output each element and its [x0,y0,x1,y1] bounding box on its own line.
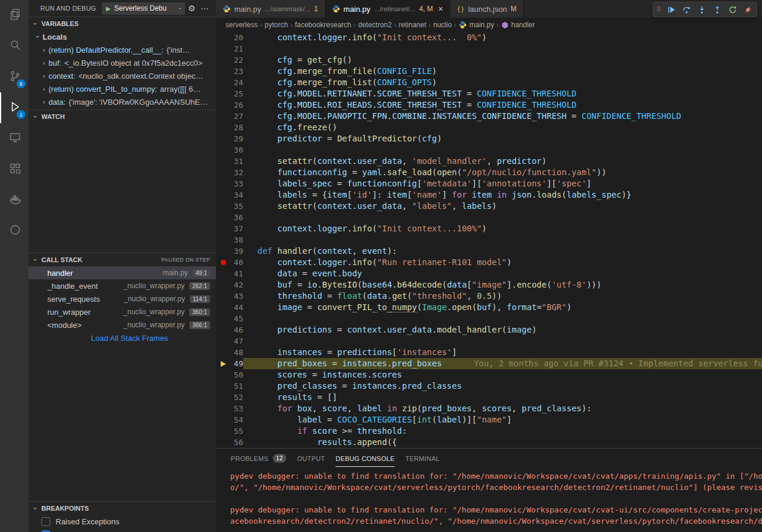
breadcrumb-item[interactable]: serverless [225,21,258,29]
editor-tab[interactable]: main.py.../retinanet/...4, M× [325,0,450,18]
code-text[interactable] [243,336,762,347]
code-line[interactable]: 29 predictor = DefaultPredictor(cfg) [216,133,762,144]
breakpoint-gutter[interactable]: 20 [216,32,243,43]
breakpoint-gutter[interactable]: 32 [216,167,243,178]
code-line[interactable]: 47 [216,336,762,347]
load-all-stack-frames-link[interactable]: Load All Stack Frames [28,331,216,346]
breakpoint-gutter[interactable]: 23 [216,66,243,77]
code-text[interactable]: cfg.MODEL.RETINANET.SCORE_THRESH_TEST = … [243,88,762,99]
code-text[interactable] [243,144,762,156]
breakpoint-row[interactable]: Raised Exceptions [28,515,216,528]
code-text[interactable]: def handler(context, event): [243,246,762,257]
code-line[interactable]: 37 context.logger.info("Init context...1… [216,223,762,234]
code-line[interactable]: 23 cfg.merge_from_file(CONFIG_FILE) [216,66,762,77]
call-stack-frame[interactable]: serve_requests_nuclio_wrapper.py114:1 [28,292,216,305]
code-text[interactable]: cfg.merge_from_file(CONFIG_FILE) [243,66,762,77]
sidebar-item-extensions[interactable] [0,154,28,185]
code-line[interactable]: 48 instances = predictions['instances'] [216,347,762,358]
start-debug-icon[interactable]: ▶ [106,5,111,12]
restart-button[interactable] [726,3,740,17]
code-line[interactable]: 56 results.append({ [216,437,762,448]
continue-button[interactable] [664,3,678,17]
breakpoint-gutter[interactable]: 55 [216,425,243,437]
variables-section-header[interactable]: VARIABLES [28,17,216,30]
code-text[interactable] [243,43,762,54]
sidebar-item-source-control[interactable]: 8 [0,62,28,92]
sidebar-item-remote-explorer[interactable] [0,123,28,154]
breakpoint-gutter[interactable]: 24 [216,77,243,88]
breakpoint-gutter[interactable]: 41 [216,268,243,279]
sidebar-item-search[interactable] [0,31,28,62]
code-text[interactable]: threshold = float(data.get("threshold", … [243,291,762,302]
breakpoint-gutter[interactable]: 25 [216,88,243,99]
breakpoint-icon[interactable] [218,260,228,265]
code-line[interactable]: 40 context.logger.info("Run retinanet-R1… [216,257,762,268]
code-text[interactable]: for box, score, label in zip(pred_boxes,… [243,403,762,414]
code-line[interactable]: 31 setattr(context.user_data, 'model_han… [216,156,762,167]
breakpoint-gutter[interactable]: 43 [216,291,243,302]
code-text[interactable]: data = event.body [243,268,762,279]
step-into-button[interactable] [695,3,709,17]
call-stack-frame[interactable]: _handle_event_nuclio_wrapper.py262:1 [28,279,216,292]
step-out-button[interactable] [711,3,724,17]
variable-row[interactable]: (return) DefaultPredictor.__call__:{'ins… [28,43,216,56]
breakpoint-gutter[interactable]: 22 [216,54,243,66]
breakpoint-gutter[interactable]: 47 [216,336,243,347]
breakpoint-gutter[interactable]: 34 [216,189,243,201]
code-line[interactable]: 33 labels_spec = functionconfig['metadat… [216,178,762,189]
breakpoint-gutter[interactable]: 50 [216,369,243,381]
call-stack-frame[interactable]: <module>_nuclio_wrapper.py366:1 [28,318,216,331]
code-line[interactable]: 26 cfg.MODEL.ROI_HEADS.SCORE_THRESH_TEST… [216,99,762,111]
code-text[interactable]: image = convert_PIL_to_numpy(Image.open(… [243,302,762,313]
variable-row[interactable]: (return) convert_PIL_to_numpy:array([[[ … [28,82,216,95]
code-text[interactable]: cfg = get_cfg() [243,54,762,66]
call-stack-frame[interactable]: run_wrapper_nuclio_wrapper.py360:1 [28,305,216,318]
sidebar-item-tool[interactable] [0,215,28,246]
more-actions-icon[interactable]: ⋯ [198,4,211,13]
code-text[interactable]: scores = instances.scores [243,369,762,381]
code-line[interactable]: 20 context.logger.info("Init context... … [216,32,762,43]
breakpoint-gutter[interactable]: 54 [216,414,243,425]
code-text[interactable]: label = COCO_CATEGORIES[int(label)]["nam… [243,414,762,425]
code-line[interactable]: 28 cfg.freeze() [216,122,762,133]
breadcrumb-item[interactable]: nuclio [433,21,451,29]
code-text[interactable] [243,212,762,223]
disconnect-button[interactable] [741,3,755,17]
code-line[interactable]: 53 for box, score, label in zip(pred_box… [216,403,762,414]
code-text[interactable]: cfg.freeze() [243,122,762,133]
breakpoint-gutter[interactable]: 26 [216,99,243,111]
code-text[interactable]: functionconfig = yaml.safe_load(open("/o… [243,167,762,178]
breakpoint-gutter[interactable]: 30 [216,144,243,156]
code-line[interactable]: 43 threshold = float(data.get("threshold… [216,291,762,302]
code-line[interactable]: 38 [216,234,762,246]
breadcrumb-item[interactable]: retinanet [399,21,427,29]
checkbox[interactable] [41,517,50,526]
code-line[interactable]: 50 scores = instances.scores [216,369,762,381]
breadcrumb-item[interactable]: detectron2 [358,21,392,29]
code-text[interactable]: pred_boxes = instances.pred_boxesYou, 2 … [243,358,762,369]
code-text[interactable]: context.logger.info("Init context...100%… [243,223,762,234]
breakpoint-gutter[interactable]: 29 [216,133,243,144]
code-line[interactable]: 24 cfg.merge_from_list(CONFIG_OPTS) [216,77,762,88]
code-text[interactable]: setattr(context.user_data, 'model_handle… [243,156,762,167]
breakpoint-gutter[interactable]: 27 [216,111,243,122]
code-line[interactable]: 25 cfg.MODEL.RETINANET.SCORE_THRESH_TEST… [216,88,762,99]
code-text[interactable]: pred_classes = instances.pred_classes [243,381,762,392]
code-line[interactable]: 46 predictions = context.user_data.model… [216,324,762,336]
breakpoint-gutter[interactable]: 31 [216,156,243,167]
breakpoint-gutter[interactable]: 39 [216,246,243,257]
breakpoint-gutter[interactable]: 48 [216,347,243,358]
code-editor[interactable]: 20 context.logger.info("Init context... … [216,32,762,448]
code-text[interactable]: labels_spec = functionconfig['metadata']… [243,178,762,189]
code-line[interactable]: 35 setattr(context.user_data, "labels", … [216,201,762,212]
step-over-button[interactable] [680,3,693,17]
breakpoint-row[interactable]: ✓Uncaught Exceptions [28,528,216,532]
breakpoint-gutter[interactable]: 42 [216,279,243,291]
breadcrumb-item[interactable]: main.py [459,21,494,29]
code-line[interactable]: 36 [216,212,762,223]
code-text[interactable] [243,234,762,246]
breakpoint-gutter[interactable]: 49 [216,358,243,369]
code-line[interactable]: 34 labels = {item['id']: item['name'] fo… [216,189,762,201]
debug-current-line-icon[interactable] [218,361,228,367]
debug-config-dropdown[interactable]: ▶ Serverless Debu › [102,2,185,15]
